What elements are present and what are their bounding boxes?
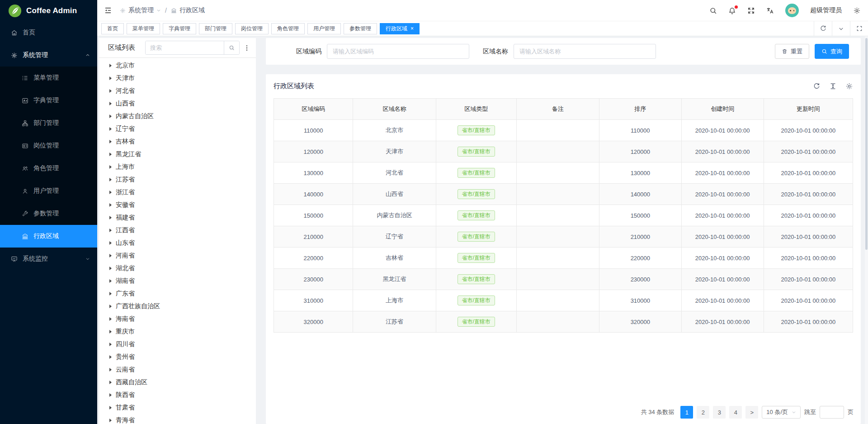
sidebar-item-param-mgmt[interactable]: 参数管理 — [0, 202, 97, 225]
tree-search-input[interactable] — [146, 41, 224, 54]
scrollbar-thumb[interactable] — [865, 38, 868, 250]
caret-right-icon[interactable] — [109, 178, 112, 181]
reset-button[interactable]: 重置 — [775, 44, 809, 59]
dots-vertical-icon[interactable] — [243, 44, 250, 52]
page-number-button[interactable]: 1 — [680, 406, 693, 419]
page-tab[interactable]: 菜单管理 — [127, 23, 160, 34]
tree-item[interactable]: 浙江省 — [99, 186, 256, 199]
tree-item[interactable]: 云南省 — [99, 363, 256, 376]
caret-right-icon[interactable] — [109, 89, 112, 93]
sidebar-item-user-mgmt[interactable]: 用户管理 — [0, 180, 97, 202]
sidebar-item-home[interactable]: 首页 — [0, 21, 97, 44]
tree-item[interactable]: 贵州省 — [99, 351, 256, 363]
tree-item[interactable]: 福建省 — [99, 211, 256, 224]
caret-right-icon[interactable] — [109, 165, 112, 169]
tree-item[interactable]: 江苏省 — [99, 173, 256, 186]
caret-right-icon[interactable] — [109, 203, 112, 207]
sidebar-item-role-mgmt[interactable]: 角色管理 — [0, 157, 97, 180]
tree-item[interactable]: 重庆市 — [99, 325, 256, 338]
sidebar-group-monitor[interactable]: 系统监控 — [0, 248, 97, 270]
page-tab[interactable]: 角色管理 — [271, 23, 305, 34]
tab-options-button[interactable] — [832, 21, 850, 36]
page-tab[interactable]: 部门管理 — [199, 23, 232, 34]
caret-right-icon[interactable] — [109, 76, 112, 80]
caret-right-icon[interactable] — [109, 254, 112, 257]
notifications-button[interactable] — [728, 7, 736, 14]
caret-right-icon[interactable] — [109, 355, 112, 359]
caret-right-icon[interactable] — [109, 140, 112, 143]
tree-item[interactable]: 吉林省 — [99, 135, 256, 148]
tree-search-button[interactable] — [224, 41, 239, 54]
caret-right-icon[interactable] — [109, 191, 112, 194]
tree-item[interactable]: 河南省 — [99, 249, 256, 262]
tab-close-icon[interactable]: × — [410, 26, 414, 31]
maximize-content-button[interactable] — [850, 21, 868, 36]
tree-item[interactable]: 江西省 — [99, 224, 256, 237]
tree-item[interactable]: 安徽省 — [99, 199, 256, 211]
tree-item[interactable]: 陕西省 — [99, 389, 256, 401]
caret-right-icon[interactable] — [109, 393, 112, 397]
page-number-button[interactable]: 2 — [697, 406, 709, 419]
region-name-input[interactable] — [514, 44, 656, 59]
caret-right-icon[interactable] — [109, 368, 112, 372]
next-page-button[interactable]: > — [745, 406, 758, 419]
search-button[interactable]: 查询 — [815, 44, 849, 59]
page-number-button[interactable]: 3 — [713, 406, 726, 419]
page-size-select[interactable]: 10 条/页 — [762, 406, 801, 419]
page-tab[interactable]: 字典管理 — [163, 23, 196, 34]
sidebar-item-dict-mgmt[interactable]: 字典管理 — [0, 89, 97, 112]
tree-item[interactable]: 广东省 — [99, 287, 256, 300]
caret-right-icon[interactable] — [109, 127, 112, 131]
breadcrumb-system[interactable]: 系统管理 — [120, 6, 161, 14]
caret-right-icon[interactable] — [109, 292, 112, 295]
tree-item[interactable]: 北京市 — [99, 59, 256, 72]
tree-item[interactable]: 西藏自治区 — [99, 376, 256, 389]
region-code-input[interactable] — [327, 44, 469, 59]
tree-item[interactable]: 山西省 — [99, 97, 256, 110]
tree-item[interactable]: 甘肃省 — [99, 401, 256, 414]
caret-right-icon[interactable] — [109, 152, 112, 156]
user-name[interactable]: 超级管理员 — [810, 6, 842, 14]
tree-item[interactable]: 辽宁省 — [99, 123, 256, 135]
caret-right-icon[interactable] — [109, 406, 112, 410]
caret-right-icon[interactable] — [109, 343, 112, 346]
fullscreen-icon[interactable] — [747, 7, 755, 14]
translate-icon[interactable] — [766, 7, 774, 14]
tree-item[interactable]: 天津市 — [99, 72, 256, 85]
tree-item[interactable]: 湖北省 — [99, 262, 256, 275]
tree-item[interactable]: 海南省 — [99, 313, 256, 325]
caret-right-icon[interactable] — [109, 241, 112, 245]
refresh-icon[interactable] — [813, 82, 821, 90]
breadcrumb-region[interactable]: 行政区域 — [171, 6, 205, 14]
column-height-icon[interactable] — [829, 82, 837, 90]
sidebar-item-menu-mgmt[interactable]: 菜单管理 — [0, 67, 97, 89]
refresh-tab-button[interactable] — [814, 21, 832, 36]
sidebar-item-region[interactable]: 行政区域 — [0, 225, 97, 248]
tree-item[interactable]: 黑龙江省 — [99, 148, 256, 161]
search-icon[interactable] — [709, 7, 717, 14]
app-logo[interactable]: Coffee Admin — [0, 0, 97, 21]
tree-item[interactable]: 广西壮族自治区 — [99, 300, 256, 313]
sidebar-group-system[interactable]: 系统管理 — [0, 44, 97, 67]
caret-right-icon[interactable] — [109, 279, 112, 283]
caret-right-icon[interactable] — [109, 419, 112, 422]
page-tab[interactable]: 岗位管理 — [235, 23, 269, 34]
caret-right-icon[interactable] — [109, 114, 112, 118]
caret-right-icon[interactable] — [109, 216, 112, 219]
settings-gear-icon[interactable] — [853, 7, 861, 14]
caret-right-icon[interactable] — [109, 305, 112, 308]
tree-item[interactable]: 河北省 — [99, 85, 256, 97]
tree-item[interactable]: 四川省 — [99, 338, 256, 351]
page-number-button[interactable]: 4 — [729, 406, 742, 419]
sidebar-item-dept-mgmt[interactable]: 部门管理 — [0, 112, 97, 134]
caret-right-icon[interactable] — [109, 64, 112, 67]
caret-right-icon[interactable] — [109, 317, 112, 321]
page-tab[interactable]: 首页 — [101, 23, 124, 34]
page-scrollbar[interactable] — [865, 36, 868, 424]
avatar[interactable] — [785, 4, 799, 17]
page-tab[interactable]: 行政区域 × — [380, 23, 420, 34]
tree-item[interactable]: 上海市 — [99, 161, 256, 173]
page-tab[interactable]: 用户管理 — [307, 23, 341, 34]
tree-item[interactable]: 青海省 — [99, 414, 256, 424]
caret-right-icon[interactable] — [109, 229, 112, 232]
